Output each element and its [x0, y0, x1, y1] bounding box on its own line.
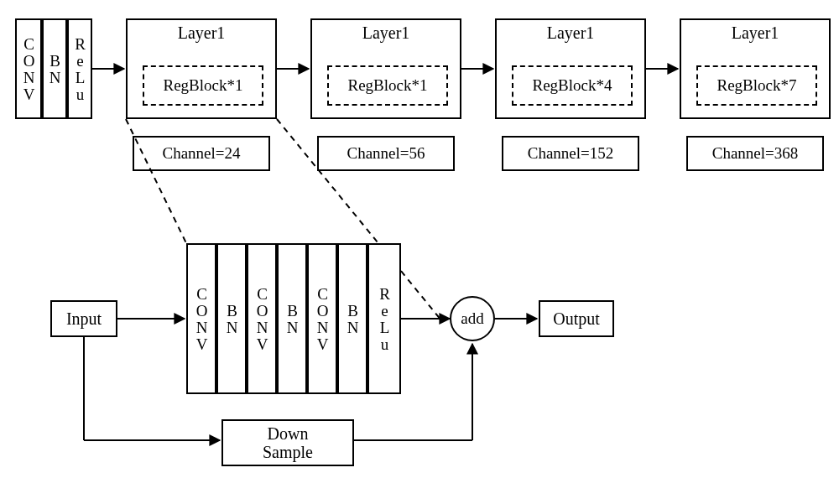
layer-title-1: Layer1: [312, 23, 460, 43]
detail-seq-3-label: BN: [283, 302, 301, 335]
layer-channel-1: Channel=56: [317, 136, 455, 171]
layer-reg-3: RegBlock*7: [696, 65, 817, 106]
stem-bn-box: BN: [42, 18, 67, 119]
layer-reg-1: RegBlock*1: [327, 65, 448, 106]
detail-seq-1: BN: [216, 243, 247, 394]
detail-seq-6: ReLu: [367, 243, 401, 394]
layer-box-1: Layer1 RegBlock*1: [310, 18, 461, 119]
layer-reg-0: RegBlock*1: [143, 65, 263, 106]
layer-box-0: Layer1 RegBlock*1: [126, 18, 277, 119]
stem-conv-label: CONV: [19, 35, 38, 102]
layer-channel-3: Channel=368: [686, 136, 824, 171]
layer-box-2: Layer1 RegBlock*4: [495, 18, 646, 119]
detail-input-label: Input: [66, 309, 102, 329]
stem-relu-label: ReLu: [70, 35, 89, 102]
detail-seq-5-label: BN: [343, 302, 362, 335]
layer-title-2: Layer1: [497, 23, 644, 43]
layer-reg-2: RegBlock*4: [512, 65, 633, 106]
stem-relu-box: ReLu: [67, 18, 92, 119]
stem-conv-box: CONV: [15, 18, 42, 119]
layer-box-3: Layer1 RegBlock*7: [680, 18, 831, 119]
detail-seq-2: CONV: [247, 243, 277, 394]
layer-channel-2: Channel=152: [502, 136, 639, 171]
detail-downsample-label: Down Sample: [263, 424, 313, 461]
detail-seq-1-label: BN: [222, 302, 241, 335]
detail-downsample-box: Down Sample: [221, 419, 354, 466]
stem-bn-label: BN: [45, 52, 64, 86]
detail-seq-3: BN: [277, 243, 307, 394]
detail-seq-0-label: CONV: [192, 285, 211, 352]
layer-title-3: Layer1: [681, 23, 829, 43]
detail-add-label: add: [461, 309, 483, 328]
detail-seq-5: BN: [337, 243, 367, 394]
detail-add-circle: add: [450, 296, 495, 341]
detail-output-label: Output: [553, 309, 600, 329]
detail-seq-6-label: ReLu: [375, 285, 393, 352]
detail-seq-4-label: CONV: [313, 285, 331, 352]
detail-seq-0: CONV: [186, 243, 216, 394]
detail-seq-2-label: CONV: [253, 285, 271, 352]
layer-channel-0: Channel=24: [133, 136, 270, 171]
layer-title-0: Layer1: [128, 23, 275, 43]
detail-output-box: Output: [539, 300, 614, 337]
detail-seq-4: CONV: [307, 243, 337, 394]
detail-input-box: Input: [50, 300, 117, 337]
